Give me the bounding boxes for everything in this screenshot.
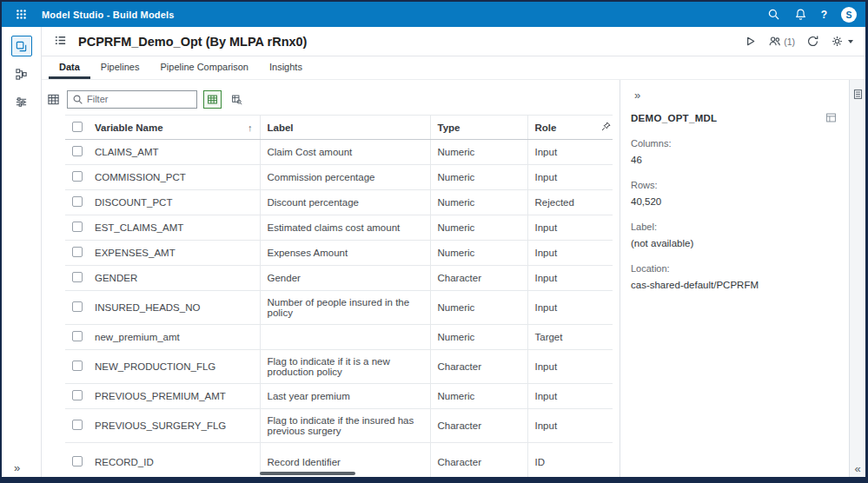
copy-pages-icon xyxy=(15,40,28,53)
notifications-button[interactable] xyxy=(794,8,807,21)
cell-variable-name: COMMISSION_PCT xyxy=(88,165,260,190)
help-icon: ? xyxy=(821,10,827,20)
row-checkbox[interactable] xyxy=(72,272,83,282)
refresh-button[interactable] xyxy=(806,35,819,48)
cell-type: Character xyxy=(430,409,527,443)
row-checkbox[interactable] xyxy=(72,420,83,430)
table-row[interactable]: new_premium_amtNumericTarget xyxy=(65,325,613,350)
user-avatar[interactable]: S xyxy=(841,7,857,23)
row-checkbox[interactable] xyxy=(72,361,83,371)
table-row[interactable]: EST_CLAIMS_AMTEstimated claims cost amou… xyxy=(65,215,613,241)
field-label: Rows: xyxy=(631,180,837,190)
collaborators-button[interactable]: (1) xyxy=(768,35,795,48)
column-header-type[interactable]: Type xyxy=(430,116,527,140)
expand-left-panel-button[interactable]: » xyxy=(2,461,41,474)
column-header-label[interactable]: Label xyxy=(260,116,430,140)
table-row[interactable]: GENDERGenderCharacterInput xyxy=(65,266,613,291)
table-row[interactable]: PREVIOUS_PREMIUM_AMTLast year premiumNum… xyxy=(65,384,613,409)
filter-input[interactable] xyxy=(87,94,192,104)
run-pipeline-button[interactable] xyxy=(744,35,757,48)
cell-label: Last year premium xyxy=(260,384,430,409)
play-icon xyxy=(744,35,757,48)
table-row[interactable]: NEW_PRODUCTION_FLGFlag to indicate if it… xyxy=(65,350,613,384)
details-table-name: DEMO_OPT_MDL xyxy=(631,113,717,123)
search-button[interactable] xyxy=(767,8,780,21)
app-bar: Model Studio - Build Models ? S xyxy=(2,2,865,27)
apps-waffle-button[interactable] xyxy=(10,4,31,25)
cell-label: Discount percentage xyxy=(260,190,430,215)
help-button[interactable]: ? xyxy=(821,10,827,20)
cell-pin xyxy=(593,291,613,325)
tab-insights[interactable]: Insights xyxy=(259,56,313,79)
row-checkbox[interactable] xyxy=(72,301,83,312)
row-checkbox[interactable] xyxy=(72,331,83,341)
table-scroll-region[interactable]: Variable Name↑ Label Type Role xyxy=(65,115,613,477)
cell-type: Character xyxy=(430,443,527,478)
collapse-details-button[interactable]: » xyxy=(631,87,644,103)
table-row[interactable]: INSURED_HEADS_NONumber of people insured… xyxy=(65,291,613,325)
row-select-cell xyxy=(65,384,88,409)
cell-type: Numeric xyxy=(430,325,527,350)
row-select-cell xyxy=(65,291,88,325)
search-icon xyxy=(767,8,780,21)
table-body: CLAIMS_AMTClaim Cost amountNumericInputC… xyxy=(65,140,613,478)
row-select-cell xyxy=(65,325,88,350)
data-grid-view-button[interactable] xyxy=(45,92,63,109)
cell-pin xyxy=(593,384,613,409)
table-row[interactable]: PREVIOUS_SURGERY_FLGFlag to indicate if … xyxy=(65,409,613,443)
left-rail: » xyxy=(2,27,42,477)
row-checkbox[interactable] xyxy=(72,196,83,207)
row-checkbox[interactable] xyxy=(72,390,83,400)
cell-role: Input xyxy=(527,165,593,190)
rail-settings-button[interactable] xyxy=(11,91,32,112)
details-field-location: Location: cas-shared-default/PCPRFM xyxy=(631,263,837,290)
cell-label: Flag to indicate if the insured has prev… xyxy=(260,409,430,443)
tab-pipelines[interactable]: Pipelines xyxy=(90,56,150,79)
table-row[interactable]: EXPENSES_AMTExpenses AmountNumericInput xyxy=(65,241,613,266)
row-checkbox[interactable] xyxy=(72,456,83,466)
cell-variable-name: new_premium_amt xyxy=(88,325,260,350)
column-header-variable-name[interactable]: Variable Name↑ xyxy=(88,116,260,140)
pin-icon[interactable] xyxy=(600,121,612,132)
cell-pin xyxy=(593,165,613,190)
users-icon xyxy=(768,35,781,48)
row-checkbox[interactable] xyxy=(72,146,83,156)
row-select-cell xyxy=(65,266,88,291)
avatar-initial: S xyxy=(845,10,851,20)
refresh-icon xyxy=(806,35,819,48)
row-select-cell xyxy=(65,140,88,165)
cell-label: Expenses Amount xyxy=(260,241,430,266)
rail-pipelines-button[interactable] xyxy=(11,63,32,84)
row-checkbox[interactable] xyxy=(72,222,83,232)
column-header-role[interactable]: Role xyxy=(527,116,593,140)
table-properties-icon[interactable] xyxy=(825,112,837,123)
right-panel-strip: « xyxy=(849,80,865,477)
row-select-cell xyxy=(65,443,88,478)
cell-variable-name: RECORD_ID xyxy=(88,443,260,478)
rail-models-button[interactable] xyxy=(11,36,32,56)
table-row[interactable]: CLAIMS_AMTClaim Cost amountNumericInput xyxy=(65,140,613,165)
tab-pipeline-comparison[interactable]: Pipeline Comparison xyxy=(149,56,259,79)
table-row[interactable]: DISCOUNT_PCTDiscount percentageNumericRe… xyxy=(65,190,613,215)
cell-pin xyxy=(593,266,613,291)
row-checkbox[interactable] xyxy=(72,171,83,182)
details-field-rows: Rows: 40,520 xyxy=(631,180,837,207)
horizontal-scrollbar-thumb[interactable] xyxy=(260,472,355,475)
tab-data[interactable]: Data xyxy=(49,56,90,79)
properties-panel-button[interactable] xyxy=(852,89,864,103)
cell-type: Numeric xyxy=(430,165,527,190)
row-select-cell xyxy=(65,190,88,215)
cell-type: Numeric xyxy=(430,241,527,266)
settings-menu-button[interactable] xyxy=(831,35,853,48)
profile-view-toggle[interactable] xyxy=(228,90,246,109)
sort-ascending-icon: ↑ xyxy=(248,122,253,133)
collapse-right-panel-button[interactable]: « xyxy=(854,462,860,475)
table-row[interactable]: COMMISSION_PCTCommission percentageNumer… xyxy=(65,165,613,190)
row-checkbox[interactable] xyxy=(72,247,83,257)
grid-view-toggle[interactable] xyxy=(203,90,222,109)
project-menu-button[interactable] xyxy=(50,32,70,51)
cell-pin xyxy=(593,140,613,165)
list-icon xyxy=(54,34,67,47)
header-select-cell xyxy=(65,116,88,140)
select-all-checkbox[interactable] xyxy=(72,122,83,132)
